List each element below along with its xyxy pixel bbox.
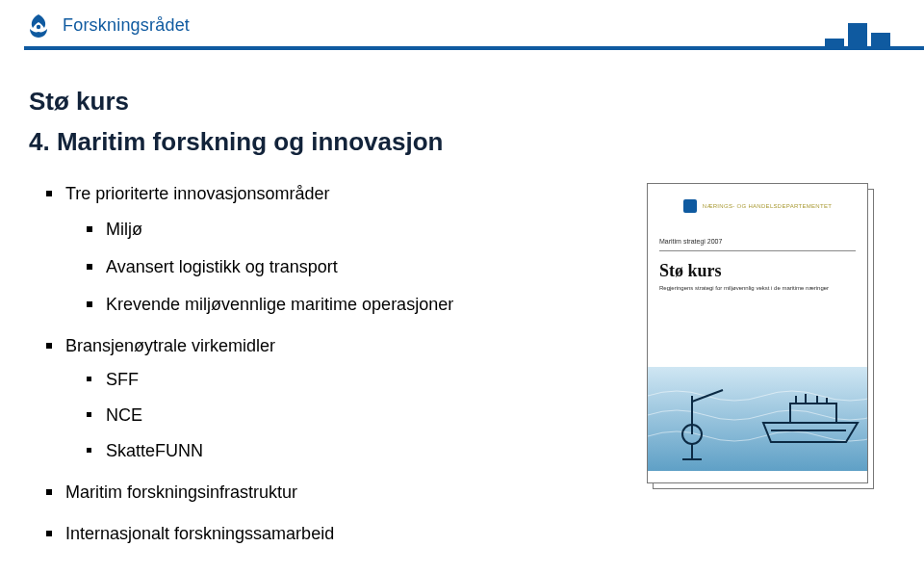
document-preview-page: NÆRINGS- OG HANDELSDEPARTEMENTET Maritim… xyxy=(647,183,868,483)
bullet-text: Tre prioriterte innovasjonsområder xyxy=(65,184,329,203)
document-preview-header: NÆRINGS- OG HANDELSDEPARTEMENTET xyxy=(659,199,856,213)
bullet-level-2: Avansert logistikk og transport xyxy=(87,254,566,280)
accent-tab xyxy=(871,33,890,48)
accent-tabs xyxy=(825,23,890,48)
document-preview-ministry: NÆRINGS- OG HANDELSDEPARTEMENTET xyxy=(703,203,832,209)
document-preview-rule xyxy=(659,250,856,251)
brand-text: Forskningsrådet xyxy=(63,15,190,36)
slide-body: Tre prioriterte innovasjonsområder Miljø… xyxy=(46,181,566,562)
bullet-level-1: Maritim forskningsinfrastruktur xyxy=(46,480,566,506)
crest-icon xyxy=(683,199,697,213)
bullet-level-1: Bransjenøytrale virkemidler SFF NCE Skat… xyxy=(46,333,566,464)
bullet-text: SkatteFUNN xyxy=(106,441,203,460)
slide-header: Forskningsrådet xyxy=(24,12,190,39)
slide-overtitle: Stø kurs xyxy=(29,87,129,117)
forskningsradet-logo-icon xyxy=(24,12,53,39)
bullet-level-1: Internasjonalt forskningssamarbeid xyxy=(46,521,566,547)
bullet-level-2: Miljø xyxy=(87,217,566,243)
bullet-text: NCE xyxy=(106,405,142,425)
presentation-slide: Forskningsrådet Stø kurs 4. Maritim fors… xyxy=(0,0,924,573)
accent-tab xyxy=(848,23,867,48)
bullet-text: Avansert logistikk og transport xyxy=(106,257,338,276)
slide-title: 4. Maritim forskning og innovasjon xyxy=(29,127,444,157)
bullet-text: Internasjonalt forskningssamarbeid xyxy=(65,524,334,543)
bullet-level-1: Tre prioriterte innovasjonsområder Miljø… xyxy=(46,181,566,318)
document-preview-subtitle: Regjeringens strategi for miljøvennlig v… xyxy=(659,285,842,291)
document-preview-smalllabel: Maritim strategi 2007 xyxy=(659,238,856,245)
bullet-text: Bransjenøytrale virkemidler xyxy=(65,336,275,355)
document-preview-illustration xyxy=(648,367,867,471)
accent-tab xyxy=(825,39,844,48)
document-preview-title: Stø kurs xyxy=(659,261,856,281)
bullet-text: Krevende miljøvennlige maritime operasjo… xyxy=(106,295,453,314)
svg-point-0 xyxy=(37,25,40,29)
bullet-text: Maritim forskningsinfrastruktur xyxy=(65,482,297,502)
bullet-level-3: SkatteFUNN xyxy=(87,438,566,464)
bullet-level-2: Krevende miljøvennlige maritime operasjo… xyxy=(87,292,566,318)
bullet-text: Miljø xyxy=(106,220,142,239)
document-preview: NÆRINGS- OG HANDELSDEPARTEMENTET Maritim… xyxy=(647,183,868,483)
bullet-level-3: SFF xyxy=(87,367,566,393)
header-divider xyxy=(24,46,924,50)
bullet-text: SFF xyxy=(106,370,139,389)
bullet-level-3: NCE xyxy=(87,403,566,429)
